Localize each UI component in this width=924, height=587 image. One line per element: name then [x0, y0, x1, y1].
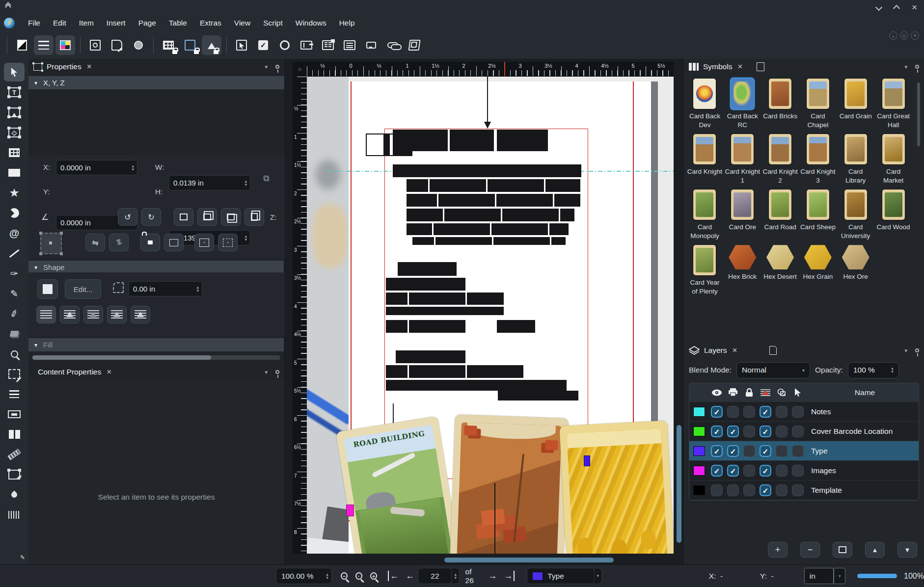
edit-contents-tool[interactable]	[4, 365, 25, 383]
link-wh-icon[interactable]: ⧉	[263, 174, 269, 184]
layer-color-swatch[interactable]	[693, 446, 705, 456]
corner-radius-input[interactable]: 0.00 in▴▾	[129, 281, 202, 296]
symbol-item[interactable]: Card Knight 2	[762, 134, 798, 185]
link-annotation-icon[interactable]	[383, 35, 403, 55]
edit-shape-button[interactable]: Edit...	[65, 279, 101, 299]
document-icon[interactable]	[12, 35, 32, 55]
symbol-item[interactable]: Card Back Dev	[687, 79, 723, 129]
section-xyz[interactable]: ▾X, Y, Z	[28, 76, 284, 89]
layer-color-swatch[interactable]	[693, 407, 705, 417]
layer-lock-checkbox[interactable]: ✓	[743, 445, 755, 457]
symbol-item[interactable]: Hex Brick	[725, 245, 761, 295]
symbol-item[interactable]: Card Bricks	[762, 79, 798, 129]
menu-page[interactable]: Page	[132, 16, 163, 30]
rotate-tool[interactable]	[4, 324, 25, 343]
layer-outline-mode-checkbox[interactable]: ✓	[776, 406, 788, 418]
layer-row[interactable]: ✓✓✓✓✓✓Type	[689, 441, 919, 461]
panel-pin-icon[interactable]	[275, 65, 279, 69]
menu-insert[interactable]: Insert	[100, 16, 132, 30]
radio-annotation-icon[interactable]	[275, 35, 295, 55]
duplicate-layer-button[interactable]	[833, 542, 852, 558]
horizontal-ruler[interactable]: ½0½11½22½33½44½55½	[307, 62, 674, 77]
eyedropper-tool[interactable]	[4, 485, 25, 504]
calligraphy-tool[interactable]: ✐	[4, 304, 25, 323]
columns-annotation-icon[interactable]	[318, 35, 338, 55]
layer-row[interactable]: ✓✓✓✓✓✓Cover Barcode Location	[689, 422, 919, 441]
checkbox-annotation-icon[interactable]: ✓	[253, 35, 273, 55]
current-layer-select[interactable]: Type	[527, 568, 595, 584]
copy-properties-tool[interactable]: ✐	[4, 465, 25, 484]
remove-layer-button[interactable]: −	[800, 542, 820, 558]
pdf-box-annotation-icon[interactable]	[405, 35, 424, 55]
rotate-cw-button[interactable]: ↻	[141, 208, 161, 226]
ungroup-button[interactable]: ▫	[218, 234, 238, 251]
render-frame-tool[interactable]: ◇	[4, 123, 25, 142]
rotate-ccw-button[interactable]: ↺	[118, 208, 137, 226]
content-pin-icon[interactable]	[275, 370, 279, 374]
layer-name[interactable]: Cover Barcode Location	[806, 427, 919, 436]
layer-outline-mode-checkbox[interactable]: ✓	[776, 484, 788, 496]
text-flow-frame-button[interactable]	[60, 306, 80, 323]
layer-select-spinner[interactable]: ▾	[595, 568, 602, 584]
symbol-item[interactable]: Card Wood	[875, 189, 911, 240]
barcode-tool[interactable]	[4, 506, 25, 524]
layer-row[interactable]: ✓✓✓✓✓✓Images	[689, 461, 919, 480]
layer-outline-mode-checkbox[interactable]: ✓	[776, 426, 788, 437]
layer-print-checkbox[interactable]: ✓	[727, 484, 739, 496]
raise-layer-button[interactable]: ▲	[865, 542, 885, 558]
layers-page-icon[interactable]	[769, 346, 777, 355]
freehand-tool[interactable]: ✎	[4, 284, 25, 303]
listbox-annotation-icon[interactable]	[340, 35, 359, 55]
measure-tool[interactable]	[4, 445, 25, 464]
lower-layer-button[interactable]: ▼	[897, 542, 917, 558]
symbol-item[interactable]: Card University	[838, 189, 873, 240]
ruler-origin-box[interactable]: ⁘	[293, 62, 307, 77]
symbol-item[interactable]: Card Knight 1	[725, 134, 761, 185]
story-editor-tool[interactable]: ✎	[4, 385, 25, 403]
flip-horizontal-button[interactable]: ⇋	[85, 234, 105, 251]
image-frame-tool[interactable]	[4, 103, 25, 122]
layers-collapse-icon[interactable]: ▾	[904, 347, 907, 354]
bezier-tool[interactable]: ✑	[4, 264, 25, 283]
symbol-item[interactable]: Card Knight 3	[800, 134, 836, 185]
symbols-close-icon[interactable]: ×	[737, 62, 742, 72]
layer-outline-mode-checkbox[interactable]: ✓	[776, 445, 788, 457]
unit-select-arrow[interactable]: ▾	[834, 568, 845, 584]
symbol-item[interactable]: Hex Grain	[800, 245, 836, 295]
zoom-level-input[interactable]: 100.00 %▴▾	[276, 568, 332, 584]
shape-tool[interactable]	[4, 163, 25, 182]
layer-lock-checkbox[interactable]: ✓	[743, 406, 755, 418]
text-flow-bounding-button[interactable]	[83, 306, 103, 323]
text-flow-contour-button[interactable]	[107, 306, 127, 323]
x-input[interactable]: 0.0000 in▴▾	[56, 160, 137, 175]
layer-visible-checkbox[interactable]: ✓	[711, 465, 723, 477]
symbol-item[interactable]: Card Library	[838, 134, 873, 185]
menu-file[interactable]: File	[22, 16, 47, 30]
lower-button[interactable]	[221, 208, 241, 226]
symbols-book-icon[interactable]	[757, 62, 764, 71]
symbol-item[interactable]: Hex Desert	[762, 245, 798, 295]
layer-print-checkbox[interactable]: ✓	[727, 445, 739, 457]
symbol-item[interactable]: Card Sheep	[800, 189, 836, 240]
zoom-100-icon[interactable]: ·	[355, 572, 362, 580]
select-tool[interactable]	[4, 63, 25, 81]
zoom-in-icon[interactable]: +	[370, 572, 377, 580]
symbol-item[interactable]: Hex Ore	[838, 245, 873, 295]
layer-outline-mode-checkbox[interactable]: ✓	[776, 465, 788, 477]
next-page-button[interactable]: →	[488, 571, 497, 581]
preview-icon[interactable]	[85, 35, 105, 55]
layer-color-swatch[interactable]	[693, 427, 705, 436]
document-viewport[interactable]: ROAD BUILDING	[307, 77, 674, 554]
layer-select-checkbox[interactable]: ✓	[792, 406, 804, 418]
edit-page-icon[interactable]	[107, 35, 127, 55]
page-number-input[interactable]: 22	[418, 568, 452, 584]
vertical-ruler[interactable]: ½11½22½33½44½55½66½77½88½	[293, 77, 307, 554]
layer-select-checkbox[interactable]: ✓	[792, 445, 804, 457]
menu-view[interactable]: View	[228, 16, 257, 30]
menu-item[interactable]: Item	[73, 16, 100, 30]
canvas-vertical-scrollbar[interactable]	[676, 77, 682, 554]
menu-help[interactable]: Help	[333, 16, 361, 30]
symbols-collapse-icon[interactable]: ▾	[904, 64, 907, 70]
zoom-tool[interactable]	[4, 345, 25, 363]
opacity-input[interactable]: 100 %▴▾	[848, 362, 899, 378]
